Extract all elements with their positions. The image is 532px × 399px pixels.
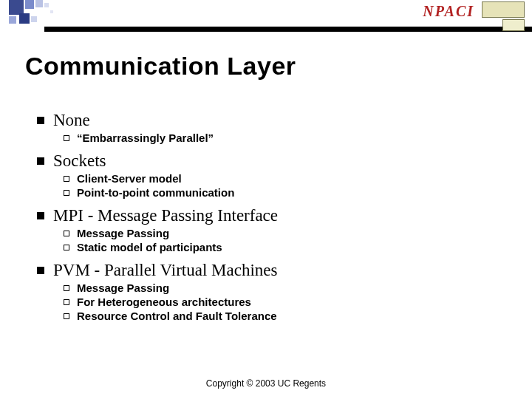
subitem-text: Static model of participants (77, 241, 222, 253)
header-bar (44, 27, 532, 32)
square-bullet-icon (37, 117, 44, 124)
heading-text: PVM - Parallel Virtual Machines (53, 261, 278, 280)
list-subitem: Message Passing (64, 282, 495, 294)
list-subitem: Message Passing (64, 227, 495, 239)
hollow-square-bullet-icon (64, 313, 69, 319)
hollow-square-bullet-icon (64, 135, 69, 141)
list-subitem: Point-to-point communication (64, 186, 495, 199)
subitem-text: Point-to-point communication (77, 186, 234, 199)
badge-icon (482, 1, 526, 31)
header-decor: NPACI (0, 0, 532, 33)
list-subitem: For Heterogeneous architectures (64, 296, 495, 308)
list-item: MPI - Message Passing Interface (37, 206, 495, 225)
logo-text: NPACI (423, 3, 474, 20)
hollow-square-bullet-icon (64, 245, 69, 250)
square-bullet-icon (37, 267, 44, 274)
section-none: None “Embarrassingly Parallel” (37, 111, 495, 144)
subitem-text: Client-Server model (77, 172, 182, 185)
list-subitem: Static model of participants (64, 241, 495, 253)
list-item: Sockets (37, 151, 495, 171)
section-mpi: MPI - Message Passing Interface Message … (37, 206, 495, 253)
subitem-text: Message Passing (77, 282, 169, 294)
hollow-square-bullet-icon (64, 299, 69, 305)
hollow-square-bullet-icon (64, 176, 69, 182)
decor-squares (9, 0, 90, 27)
square-bullet-icon (37, 212, 44, 219)
slide-content: None “Embarrassingly Parallel” Sockets C… (37, 103, 495, 328)
list-item: PVM - Parallel Virtual Machines (37, 261, 495, 280)
list-subitem: “Embarrassingly Parallel” (64, 132, 495, 144)
section-sockets: Sockets Client-Server model Point-to-poi… (37, 151, 495, 199)
subitem-text: Message Passing (77, 227, 169, 239)
hollow-square-bullet-icon (64, 190, 69, 196)
slide-title: Communication Layer (25, 52, 296, 81)
heading-text: Sockets (53, 151, 106, 171)
copyright-footer: Copyright © 2003 UC Regents (0, 378, 532, 389)
square-bullet-icon (37, 157, 44, 165)
subitem-text: “Embarrassingly Parallel” (77, 132, 214, 144)
hollow-square-bullet-icon (64, 285, 69, 291)
list-item: None (37, 111, 495, 130)
heading-text: None (53, 111, 90, 130)
section-pvm: PVM - Parallel Virtual Machines Message … (37, 261, 495, 322)
subitem-text: For Heterogeneous architectures (77, 296, 251, 308)
subitem-text: Resource Control and Fault Tolerance (77, 310, 277, 322)
heading-text: MPI - Message Passing Interface (53, 206, 278, 225)
list-subitem: Resource Control and Fault Tolerance (64, 310, 495, 322)
list-subitem: Client-Server model (64, 172, 495, 185)
hollow-square-bullet-icon (64, 231, 69, 236)
